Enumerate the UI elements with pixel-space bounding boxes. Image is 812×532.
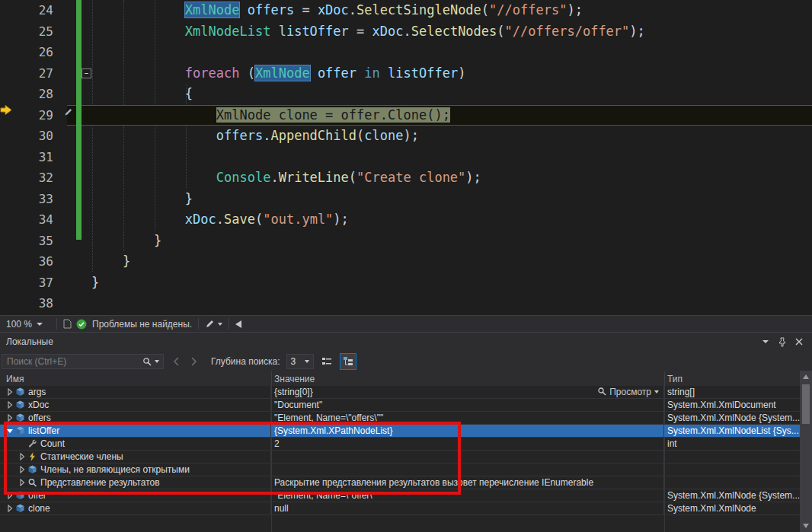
line-number[interactable]: 37 — [0, 272, 67, 294]
code-line-35[interactable]: 35 } — [0, 231, 812, 252]
variable-row-offers[interactable]: offers"Element, Name=\"offers\""System.X… — [0, 412, 800, 425]
column-header-name[interactable]: Имя — [6, 374, 24, 384]
line-number[interactable]: 38 — [0, 293, 67, 314]
execution-pointer-icon — [0, 104, 12, 116]
code-line-28[interactable]: 28 { — [0, 84, 812, 105]
vertical-scrollbar[interactable] — [800, 371, 812, 532]
code-line-30[interactable]: 30 offers.AppendChild(clone); — [0, 126, 812, 147]
line-number[interactable]: 25 — [0, 21, 67, 43]
tree-view-button[interactable] — [340, 353, 356, 370]
empty-line — [91, 295, 99, 311]
code-line-31[interactable]: 31 — [0, 147, 812, 168]
variable-name: offers — [28, 413, 51, 423]
locals-title-bar[interactable]: Локальные — [0, 333, 812, 352]
line-number[interactable]: 36 — [0, 251, 67, 272]
search-depth-select[interactable]: 3 — [286, 354, 314, 369]
scrollbar-thumb[interactable] — [802, 384, 810, 424]
code-token: . — [270, 170, 278, 185]
line-number[interactable]: 32 — [0, 167, 67, 189]
line-number[interactable]: 34 — [0, 209, 67, 231]
value-cell: {System.Xml.XPathNodeList} — [271, 425, 664, 437]
zoom-control[interactable]: 100 % — [6, 319, 43, 330]
separator — [56, 318, 57, 330]
variable-type: string[] — [667, 387, 695, 397]
line-number[interactable]: 33 — [0, 189, 67, 210]
variable-row-count[interactable]: Count2int — [0, 438, 800, 451]
expander-toggle[interactable] — [16, 453, 27, 460]
collapse-region-toggle[interactable] — [82, 68, 91, 78]
code-line-32[interactable]: 32 Console.WriteLine("Create clone"); — [0, 167, 812, 189]
expander-toggle[interactable] — [4, 401, 15, 409]
indent — [91, 253, 123, 269]
column-resizer[interactable] — [664, 371, 665, 387]
variable-row-results-view[interactable]: Представление результатовРаскрытие предс… — [0, 476, 800, 489]
code-line-34[interactable]: 34 xDoc.Save("out.yml"); — [0, 209, 812, 231]
search-prev-icon[interactable] — [171, 357, 182, 366]
code-editor[interactable]: 24 XmlNode offers = xDoc.SelectSingleNod… — [0, 0, 812, 315]
pencil-icon — [205, 319, 215, 329]
variable-row-non-public-members[interactable]: Члены, не являющиеся открытыми — [0, 464, 800, 476]
code-line-36[interactable]: 36 } — [0, 251, 812, 272]
expander-toggle[interactable] — [16, 479, 27, 486]
collapse-left-icon[interactable] — [235, 320, 241, 328]
scroll-down-icon[interactable] — [803, 524, 809, 528]
code-text: Console.WriteLine("Create clone"); — [67, 167, 812, 189]
variables-grid[interactable]: args{string[0]}Просмотрstring[]xDoc"Docu… — [0, 386, 800, 532]
variable-row-static-members[interactable]: Статические члены — [0, 451, 800, 464]
view-value-button[interactable]: Просмотр — [597, 387, 659, 398]
code-line-38[interactable]: 38 — [0, 293, 812, 314]
code-line-29[interactable]: 29 XmlNode clone = offer.Clone(); — [0, 105, 812, 126]
search-input[interactable] — [2, 356, 142, 367]
expander-toggle[interactable] — [4, 414, 15, 422]
window-position-button[interactable] — [759, 335, 772, 349]
line-number[interactable]: 30 — [0, 126, 67, 147]
problems-status-text: Проблемы не найдены. — [92, 319, 192, 330]
line-number[interactable]: 26 — [0, 42, 67, 63]
code-cleanup-button[interactable] — [205, 319, 222, 329]
expander-toggle[interactable] — [4, 388, 15, 396]
code-text: XmlNode offers = xDoc.SelectSingleNode("… — [67, 0, 812, 21]
caret-down-icon — [37, 323, 43, 326]
code-token: XmlNode — [185, 2, 240, 18]
value-cell: "Document" — [271, 399, 664, 411]
code-token: . — [403, 24, 411, 39]
variable-row-listoffer[interactable]: listOffer{System.Xml.XPathNodeList}Syste… — [0, 425, 800, 438]
flat-view-button[interactable] — [318, 353, 335, 370]
line-number[interactable]: 31 — [0, 147, 67, 168]
search-next-icon[interactable] — [188, 357, 199, 366]
caret-down-icon — [218, 323, 222, 326]
code-token — [270, 107, 278, 123]
column-header-type[interactable]: Тип — [667, 374, 683, 384]
code-token: "out.yml" — [263, 212, 333, 227]
search-box[interactable] — [2, 354, 164, 369]
pin-button[interactable] — [775, 335, 789, 349]
code-line-26[interactable]: 26 — [0, 42, 812, 63]
variable-row-clone[interactable]: clonenullSystem.Xml.XmlNode — [0, 502, 800, 515]
expander-toggle[interactable] — [4, 505, 15, 512]
expander-toggle[interactable] — [4, 427, 15, 435]
code-line-25[interactable]: 25 XmlNodeList listOffer = xDoc.SelectNo… — [0, 21, 812, 43]
expander-toggle[interactable] — [16, 466, 27, 473]
tree-view-icon — [343, 356, 353, 367]
column-header-value[interactable]: Значение — [274, 374, 315, 384]
code-line-27[interactable]: 27 foreach (XmlNode offer in listOffer) — [0, 63, 812, 84]
code-line-24[interactable]: 24 XmlNode offers = xDoc.SelectSingleNod… — [0, 0, 812, 21]
line-number[interactable]: 35 — [0, 231, 67, 252]
name-cell: listOffer — [0, 425, 271, 437]
variable-row-offer[interactable]: offer"Element, Name=\"offer\""System.Xml… — [0, 489, 800, 502]
code-token: XmlNodeList — [185, 24, 271, 39]
code-text: xDoc.Save("out.yml"); — [67, 209, 812, 231]
code-line-37[interactable]: 37} — [0, 272, 812, 294]
expander-toggle[interactable] — [4, 492, 15, 499]
variable-row-xdoc[interactable]: xDoc"Document"System.Xml.XmlDocument — [0, 399, 800, 412]
value-cell: null — [271, 502, 664, 514]
variable-row-args[interactable]: args{string[0]}Просмотрstring[] — [0, 386, 800, 399]
close-button[interactable] — [792, 335, 806, 349]
line-number[interactable]: 24 — [0, 0, 67, 21]
scroll-up-icon[interactable] — [803, 374, 809, 379]
code-line-33[interactable]: 33 } — [0, 189, 812, 210]
line-number[interactable]: 27 — [0, 63, 67, 84]
document-health-indicator[interactable]: Проблемы не найдены. — [76, 319, 192, 330]
column-resizer[interactable] — [271, 371, 272, 387]
line-number[interactable]: 28 — [0, 84, 67, 105]
